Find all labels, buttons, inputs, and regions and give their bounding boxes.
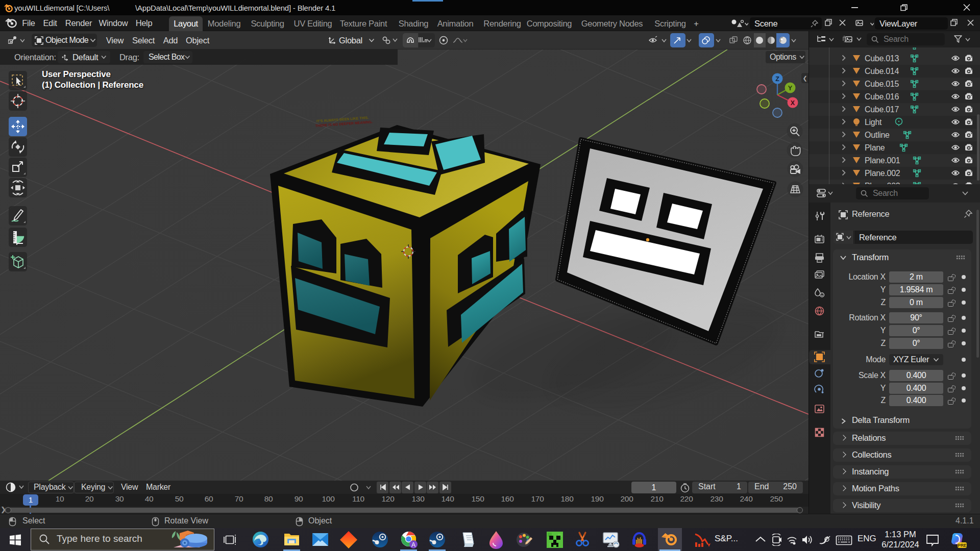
svg-text:Z: Z: [775, 76, 779, 83]
svg-text:PRE: PRE: [958, 543, 967, 548]
svg-text:Y: Y: [788, 85, 793, 92]
svg-text:A: A: [411, 541, 415, 548]
svg-text:X: X: [791, 99, 795, 107]
